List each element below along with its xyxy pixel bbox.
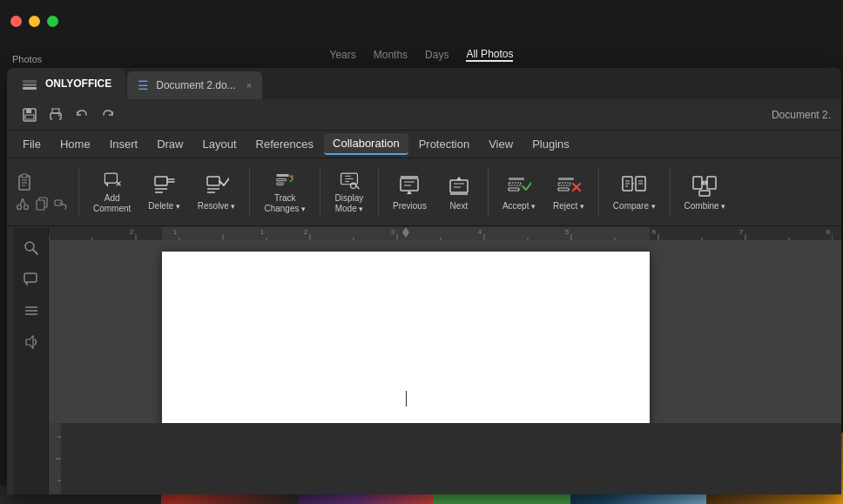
print-icon xyxy=(48,107,64,123)
nav-years[interactable]: Years xyxy=(330,49,356,61)
maximize-button[interactable] xyxy=(47,16,58,27)
svg-text:6: 6 xyxy=(652,228,657,236)
ribbon: AddComment Delete Resolve xyxy=(7,158,841,226)
display-mode-button[interactable]: DisplayMode xyxy=(327,165,371,219)
track-changes-button[interactable]: TrackChanges xyxy=(257,165,313,219)
svg-line-23 xyxy=(65,205,66,210)
redo-icon xyxy=(100,107,116,123)
compare-label: Compare xyxy=(613,201,656,212)
minimize-button[interactable] xyxy=(29,16,40,27)
menu-view[interactable]: View xyxy=(480,134,522,154)
list-sidebar-button[interactable] xyxy=(17,297,45,325)
redo-button[interactable] xyxy=(96,103,120,127)
accept-label: Accept xyxy=(502,201,536,212)
svg-line-18 xyxy=(23,198,25,205)
left-sidebar xyxy=(14,227,49,494)
text-cursor xyxy=(406,391,407,407)
menu-draw[interactable]: Draw xyxy=(148,134,192,154)
menu-references[interactable]: References xyxy=(247,134,322,154)
close-button[interactable] xyxy=(10,16,22,27)
svg-line-65 xyxy=(33,250,37,254)
accept-icon xyxy=(507,173,531,198)
nav-months[interactable]: Months xyxy=(374,49,408,61)
search-sidebar-button[interactable] xyxy=(17,234,45,262)
svg-text:7: 7 xyxy=(739,228,744,236)
previous-label: Previous xyxy=(393,201,427,212)
add-comment-button[interactable]: AddComment xyxy=(86,165,138,219)
tab-document[interactable]: ☰ Document 2.do... × xyxy=(127,71,262,99)
divider-1 xyxy=(78,168,79,217)
tab-bar: ONLYOFFICE ☰ Document 2.do... × xyxy=(7,68,841,99)
svg-text:8: 8 xyxy=(826,228,831,236)
document-page[interactable] xyxy=(162,252,650,423)
next-button[interactable]: Next xyxy=(437,165,481,219)
document-tab-icon: ☰ xyxy=(138,78,149,92)
audio-sidebar-button[interactable] xyxy=(17,328,45,356)
previous-icon xyxy=(397,173,422,198)
divider-2 xyxy=(249,168,250,217)
combine-button[interactable]: Combine xyxy=(678,165,733,219)
svg-rect-1 xyxy=(23,84,37,86)
svg-point-15 xyxy=(17,205,22,209)
menu-bar: File Home Insert Draw Layout References … xyxy=(7,131,841,158)
divider-5 xyxy=(488,168,489,217)
menu-home[interactable]: Home xyxy=(51,134,99,154)
combine-label: Combine xyxy=(685,201,726,212)
menu-file[interactable]: File xyxy=(14,134,50,154)
svg-rect-2 xyxy=(23,87,37,90)
svg-rect-48 xyxy=(509,188,519,191)
next-label: Next xyxy=(450,201,469,212)
delete-button[interactable]: Delete xyxy=(141,165,186,219)
menu-layout[interactable]: Layout xyxy=(194,134,246,154)
svg-point-37 xyxy=(351,183,356,188)
menu-plugins[interactable]: Plugins xyxy=(523,134,578,154)
print-button[interactable] xyxy=(44,103,68,127)
nav-days[interactable]: Days xyxy=(425,49,448,61)
svg-rect-24 xyxy=(105,173,117,183)
cut-button[interactable] xyxy=(14,195,31,212)
svg-rect-42 xyxy=(450,180,468,192)
reject-icon xyxy=(556,173,581,198)
comments-sidebar-button[interactable] xyxy=(17,265,45,293)
delete-label: Delete xyxy=(148,201,179,212)
tab-onlyoffice[interactable]: ONLYOFFICE xyxy=(7,68,125,99)
compare-icon xyxy=(622,173,646,198)
svg-rect-8 xyxy=(52,117,59,120)
compare-button[interactable]: Compare xyxy=(606,165,663,219)
display-mode-icon xyxy=(337,171,361,190)
svg-rect-5 xyxy=(25,115,34,119)
menu-protection[interactable]: Protection xyxy=(410,134,479,154)
resolve-button[interactable]: Resolve xyxy=(191,165,243,219)
svg-line-17 xyxy=(20,198,23,205)
accept-button[interactable]: Accept xyxy=(496,165,543,219)
quick-access-toolbar xyxy=(17,103,120,127)
add-comment-label: AddComment xyxy=(93,193,131,214)
svg-rect-49 xyxy=(558,178,574,180)
copy-button[interactable] xyxy=(33,195,51,212)
os-topbar xyxy=(0,0,843,42)
reject-button[interactable]: Reject xyxy=(546,165,591,219)
svg-text:1: 1 xyxy=(173,228,178,236)
save-button[interactable] xyxy=(17,103,42,127)
menu-insert[interactable]: Insert xyxy=(101,134,147,154)
svg-text:4: 4 xyxy=(478,228,482,236)
tab-close-button[interactable]: × xyxy=(246,80,252,91)
menu-collaboration[interactable]: Collaboration xyxy=(324,133,408,155)
save-icon xyxy=(22,107,37,123)
speaker-sidebar-icon xyxy=(24,334,39,350)
combine-icon xyxy=(692,173,717,198)
svg-rect-38 xyxy=(401,178,418,191)
svg-rect-46 xyxy=(509,178,524,180)
divider-7 xyxy=(670,168,671,217)
nav-all-photos[interactable]: All Photos xyxy=(466,48,513,62)
previous-button[interactable]: Previous xyxy=(386,165,434,219)
resolve-icon xyxy=(205,173,229,198)
svg-rect-27 xyxy=(155,177,167,185)
tab-document-label: Document 2.do... xyxy=(156,79,235,91)
document-area xyxy=(49,241,841,423)
undo-button[interactable] xyxy=(70,103,94,127)
svg-rect-47 xyxy=(509,183,521,185)
clipboard-group xyxy=(14,165,70,219)
divider-6 xyxy=(598,168,599,217)
format-painter-button[interactable] xyxy=(52,195,70,212)
